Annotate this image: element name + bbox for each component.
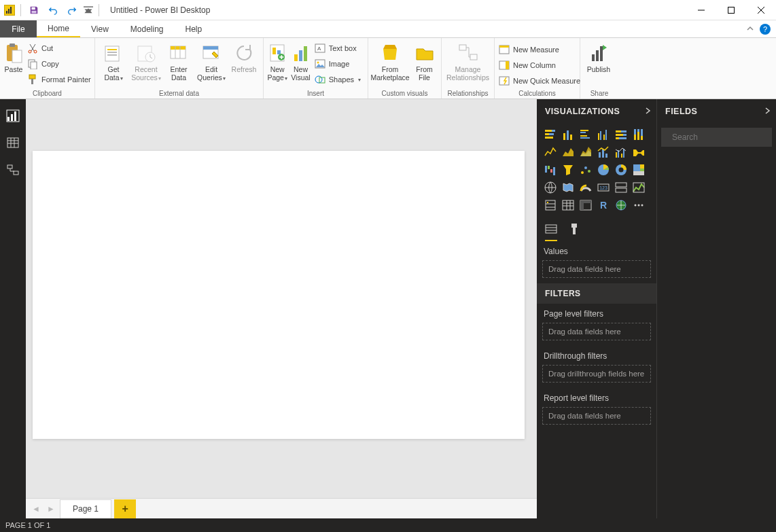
new-page-button[interactable]: ✚ New Page▾ bbox=[266, 39, 288, 83]
values-label: Values bbox=[537, 241, 656, 259]
kpi-icon[interactable] bbox=[631, 179, 647, 196]
map-icon[interactable] bbox=[542, 179, 559, 196]
prev-page-icon[interactable]: ◄ bbox=[30, 503, 42, 515]
svg-rect-73 bbox=[580, 132, 586, 133]
new-quick-measure-button[interactable]: New Quick Measure bbox=[497, 73, 584, 88]
collapse-fields-icon[interactable] bbox=[764, 107, 771, 116]
svg-text:A: A bbox=[317, 46, 321, 52]
help-tab[interactable]: Help bbox=[175, 20, 213, 37]
stacked-bar-icon[interactable] bbox=[542, 126, 559, 143]
undo-icon[interactable] bbox=[46, 3, 60, 18]
svg-rect-64 bbox=[545, 130, 552, 132]
filled-map-icon[interactable] bbox=[560, 179, 576, 196]
publish-button[interactable]: Publish bbox=[583, 39, 614, 73]
fields-tab-icon[interactable] bbox=[545, 223, 557, 241]
view-tab[interactable]: View bbox=[80, 20, 120, 37]
cut-button[interactable]: Cut bbox=[26, 41, 95, 56]
values-dropzone[interactable]: Drag data fields here bbox=[542, 260, 651, 278]
ribbon-chart-icon[interactable] bbox=[631, 144, 647, 160]
stacked-area-icon[interactable] bbox=[578, 144, 594, 160]
svg-rect-9 bbox=[10, 43, 15, 47]
donut-icon[interactable] bbox=[613, 162, 629, 178]
refresh-button[interactable]: Refresh bbox=[228, 39, 260, 73]
svg-rect-52 bbox=[600, 46, 603, 61]
new-column-button[interactable]: New Column bbox=[497, 58, 584, 73]
multi-card-icon[interactable] bbox=[613, 179, 629, 196]
svg-rect-0 bbox=[6, 11, 7, 14]
fields-search-input[interactable] bbox=[672, 132, 774, 142]
get-data-button[interactable]: Get Data▾ bbox=[98, 39, 129, 83]
close-button[interactable] bbox=[746, 0, 776, 20]
minimize-button[interactable] bbox=[686, 0, 716, 20]
next-page-icon[interactable]: ► bbox=[45, 503, 57, 515]
more-visuals-icon[interactable] bbox=[631, 197, 647, 213]
pie-icon[interactable] bbox=[595, 162, 612, 178]
r-visual-icon[interactable]: R bbox=[595, 197, 612, 213]
line-stacked-column-icon[interactable] bbox=[595, 144, 612, 160]
report-view-icon[interactable] bbox=[5, 107, 21, 124]
from-file-button[interactable]: From File bbox=[410, 39, 438, 82]
text-box-button[interactable]: AText box bbox=[313, 41, 365, 56]
shapes-button[interactable]: Shapes▾ bbox=[313, 72, 365, 87]
home-tab[interactable]: Home bbox=[37, 20, 80, 37]
image-button[interactable]: Image bbox=[313, 56, 365, 71]
svg-rect-91 bbox=[641, 136, 643, 140]
collapse-ribbon-icon[interactable] bbox=[746, 23, 754, 35]
save-icon[interactable] bbox=[27, 3, 41, 18]
collapse-viz-icon[interactable] bbox=[644, 107, 651, 116]
report-canvas[interactable] bbox=[33, 151, 525, 439]
waterfall-icon[interactable] bbox=[542, 162, 559, 178]
svg-rect-141 bbox=[573, 228, 576, 234]
line-clustered-column-icon[interactable] bbox=[613, 144, 629, 160]
100-stacked-bar-icon[interactable] bbox=[613, 126, 629, 143]
redo-icon[interactable] bbox=[65, 3, 80, 18]
format-painter-button[interactable]: Format Painter bbox=[26, 72, 95, 87]
matrix-icon[interactable] bbox=[578, 197, 594, 213]
arcgis-icon[interactable] bbox=[613, 197, 629, 213]
page-filters-dropzone[interactable]: Drag data fields here bbox=[542, 323, 651, 340]
page-bar: ◄ ► Page 1 + bbox=[26, 498, 537, 518]
copy-button[interactable]: Copy bbox=[26, 56, 95, 71]
svg-rect-53 bbox=[7, 117, 10, 121]
table-icon[interactable] bbox=[560, 197, 576, 213]
page-tab-1[interactable]: Page 1 bbox=[60, 499, 111, 518]
maximize-button[interactable] bbox=[716, 0, 746, 20]
manage-relationships-button[interactable]: Manage Relationships bbox=[444, 39, 491, 82]
100-stacked-column-icon[interactable] bbox=[631, 126, 647, 143]
new-visual-button[interactable]: New Visual bbox=[289, 39, 311, 82]
new-measure-button[interactable]: New Measure bbox=[497, 42, 584, 57]
add-page-button[interactable]: + bbox=[114, 499, 136, 518]
from-marketplace-button[interactable]: From Marketplace bbox=[371, 39, 409, 82]
svg-rect-72 bbox=[580, 130, 588, 131]
drillthrough-dropzone[interactable]: Drag drillthrough fields here bbox=[542, 365, 651, 383]
clustered-column-icon[interactable] bbox=[595, 126, 612, 143]
report-filters-dropzone[interactable]: Drag data fields here bbox=[542, 407, 651, 425]
svg-rect-118 bbox=[633, 183, 644, 192]
treemap-icon[interactable] bbox=[631, 162, 647, 178]
help-icon[interactable]: ? bbox=[760, 24, 771, 35]
clustered-bar-icon[interactable] bbox=[578, 126, 594, 143]
slicer-icon[interactable] bbox=[542, 197, 559, 213]
svg-rect-109 bbox=[633, 164, 640, 171]
svg-point-108 bbox=[619, 168, 624, 173]
gauge-icon[interactable] bbox=[578, 179, 594, 196]
fields-search[interactable] bbox=[661, 128, 772, 147]
modeling-tab[interactable]: Modeling bbox=[120, 20, 175, 37]
format-tab-icon[interactable] bbox=[568, 223, 580, 241]
model-view-icon[interactable] bbox=[5, 162, 21, 178]
filters-header: FILTERS bbox=[537, 283, 656, 304]
area-chart-icon[interactable] bbox=[560, 144, 576, 160]
paste-button[interactable]: Paste bbox=[3, 39, 24, 73]
enter-data-button[interactable]: Enter Data bbox=[163, 39, 194, 82]
edit-queries-button[interactable]: Edit Queries▾ bbox=[196, 39, 227, 83]
card-icon[interactable]: 123 bbox=[595, 179, 612, 196]
funnel-icon[interactable] bbox=[560, 162, 576, 178]
recent-sources-button[interactable]: Recent Sources▾ bbox=[130, 39, 162, 83]
data-view-icon[interactable] bbox=[5, 135, 21, 151]
visualizations-pane: VISUALIZATIONS 123 bbox=[537, 99, 656, 518]
scatter-icon[interactable] bbox=[578, 162, 594, 178]
qat-customize-icon[interactable] bbox=[84, 3, 93, 18]
line-chart-icon[interactable] bbox=[542, 144, 559, 160]
file-tab[interactable]: File bbox=[0, 20, 37, 37]
stacked-column-icon[interactable] bbox=[560, 126, 576, 143]
